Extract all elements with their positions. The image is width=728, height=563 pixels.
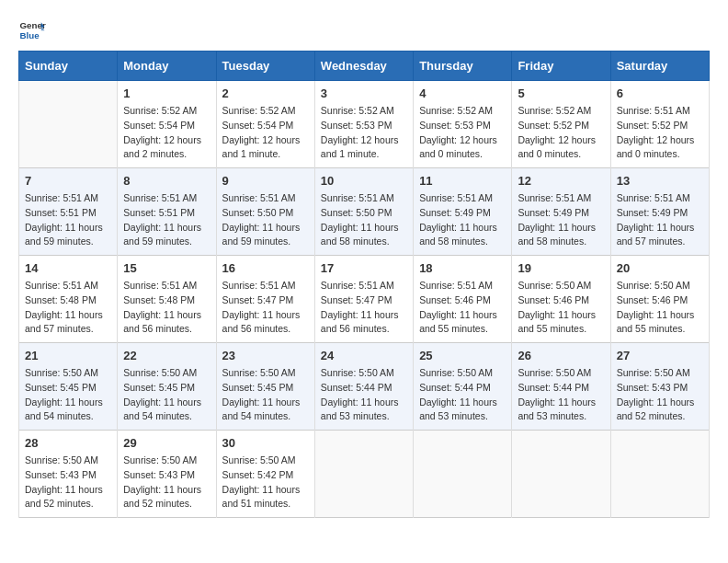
day-info: Sunrise: 5:50 AM Sunset: 5:43 PM Dayligh… [617, 366, 703, 424]
day-number: 22 [123, 349, 210, 362]
day-number: 11 [419, 174, 506, 188]
day-number: 18 [419, 261, 506, 275]
day-cell [314, 431, 413, 518]
calendar-header: SundayMondayTuesdayWednesdayThursdayFrid… [19, 52, 710, 81]
week-row-5: 28Sunrise: 5:50 AM Sunset: 5:43 PM Dayli… [19, 431, 710, 518]
week-row-2: 7Sunrise: 5:51 AM Sunset: 5:51 PM Daylig… [19, 168, 710, 256]
day-cell: 19Sunrise: 5:50 AM Sunset: 5:46 PM Dayli… [512, 256, 610, 343]
day-cell: 25Sunrise: 5:50 AM Sunset: 5:44 PM Dayli… [414, 343, 512, 431]
day-info: Sunrise: 5:50 AM Sunset: 5:44 PM Dayligh… [518, 366, 604, 424]
day-info: Sunrise: 5:50 AM Sunset: 5:43 PM Dayligh… [25, 454, 111, 511]
header-cell-saturday: Saturday [610, 52, 709, 81]
day-info: Sunrise: 5:51 AM Sunset: 5:51 PM Dayligh… [25, 191, 111, 249]
day-info: Sunrise: 5:50 AM Sunset: 5:46 PM Dayligh… [617, 279, 703, 337]
day-cell: 4Sunrise: 5:52 AM Sunset: 5:53 PM Daylig… [414, 81, 512, 168]
day-info: Sunrise: 5:51 AM Sunset: 5:46 PM Dayligh… [419, 279, 506, 337]
day-info: Sunrise: 5:50 AM Sunset: 5:43 PM Dayligh… [123, 454, 210, 511]
day-number: 6 [617, 86, 703, 100]
day-info: Sunrise: 5:51 AM Sunset: 5:50 PM Dayligh… [222, 191, 309, 249]
day-cell: 8Sunrise: 5:51 AM Sunset: 5:51 PM Daylig… [118, 168, 216, 256]
day-cell: 27Sunrise: 5:50 AM Sunset: 5:43 PM Dayli… [610, 343, 709, 431]
day-cell: 22Sunrise: 5:50 AM Sunset: 5:45 PM Dayli… [118, 343, 216, 431]
day-number: 21 [25, 349, 111, 362]
day-info: Sunrise: 5:52 AM Sunset: 5:53 PM Dayligh… [419, 104, 506, 162]
header-cell-wednesday: Wednesday [314, 52, 413, 81]
day-number: 25 [419, 349, 506, 362]
day-info: Sunrise: 5:51 AM Sunset: 5:48 PM Dayligh… [123, 279, 210, 337]
day-number: 14 [25, 261, 111, 275]
day-number: 8 [123, 174, 210, 188]
day-info: Sunrise: 5:52 AM Sunset: 5:53 PM Dayligh… [321, 104, 407, 162]
day-number: 24 [321, 349, 407, 362]
day-number: 3 [321, 86, 407, 100]
day-number: 9 [222, 174, 309, 188]
header-cell-sunday: Sunday [19, 52, 118, 81]
logo-icon: General Blue [18, 18, 46, 41]
day-info: Sunrise: 5:50 AM Sunset: 5:44 PM Dayligh… [321, 366, 407, 424]
day-number: 28 [25, 436, 111, 450]
day-info: Sunrise: 5:51 AM Sunset: 5:49 PM Dayligh… [617, 191, 703, 249]
header-cell-monday: Monday [118, 52, 216, 81]
day-cell: 12Sunrise: 5:51 AM Sunset: 5:49 PM Dayli… [512, 168, 610, 256]
day-number: 4 [419, 86, 506, 100]
week-row-3: 14Sunrise: 5:51 AM Sunset: 5:48 PM Dayli… [19, 256, 710, 343]
day-info: Sunrise: 5:52 AM Sunset: 5:54 PM Dayligh… [222, 104, 309, 162]
day-cell [610, 431, 709, 518]
day-number: 2 [222, 86, 309, 100]
day-cell [414, 431, 512, 518]
header-cell-tuesday: Tuesday [216, 52, 314, 81]
header-cell-thursday: Thursday [414, 52, 512, 81]
day-number: 23 [222, 349, 309, 362]
day-info: Sunrise: 5:50 AM Sunset: 5:45 PM Dayligh… [123, 366, 210, 424]
day-number: 5 [518, 86, 604, 100]
week-row-1: 1Sunrise: 5:52 AM Sunset: 5:54 PM Daylig… [19, 81, 710, 168]
day-number: 1 [123, 86, 210, 100]
day-info: Sunrise: 5:51 AM Sunset: 5:47 PM Dayligh… [222, 279, 309, 337]
day-cell: 16Sunrise: 5:51 AM Sunset: 5:47 PM Dayli… [216, 256, 314, 343]
day-info: Sunrise: 5:51 AM Sunset: 5:49 PM Dayligh… [419, 191, 506, 249]
day-cell: 18Sunrise: 5:51 AM Sunset: 5:46 PM Dayli… [414, 256, 512, 343]
day-number: 12 [518, 174, 604, 188]
day-number: 16 [222, 261, 309, 275]
day-cell [19, 81, 118, 168]
day-cell: 6Sunrise: 5:51 AM Sunset: 5:52 PM Daylig… [610, 81, 709, 168]
day-cell: 14Sunrise: 5:51 AM Sunset: 5:48 PM Dayli… [19, 256, 118, 343]
day-info: Sunrise: 5:51 AM Sunset: 5:50 PM Dayligh… [321, 191, 407, 249]
page-header: General Blue [18, 18, 710, 41]
day-cell: 24Sunrise: 5:50 AM Sunset: 5:44 PM Dayli… [314, 343, 413, 431]
calendar-table: SundayMondayTuesdayWednesdayThursdayFrid… [18, 51, 710, 518]
day-number: 7 [25, 174, 111, 188]
logo: General Blue [18, 18, 46, 41]
day-info: Sunrise: 5:50 AM Sunset: 5:46 PM Dayligh… [518, 279, 604, 337]
day-info: Sunrise: 5:52 AM Sunset: 5:52 PM Dayligh… [518, 104, 604, 162]
day-cell: 13Sunrise: 5:51 AM Sunset: 5:49 PM Dayli… [610, 168, 709, 256]
day-info: Sunrise: 5:52 AM Sunset: 5:54 PM Dayligh… [123, 104, 210, 162]
day-number: 10 [321, 174, 407, 188]
day-cell: 15Sunrise: 5:51 AM Sunset: 5:48 PM Dayli… [118, 256, 216, 343]
day-info: Sunrise: 5:51 AM Sunset: 5:51 PM Dayligh… [123, 191, 210, 249]
day-cell: 2Sunrise: 5:52 AM Sunset: 5:54 PM Daylig… [216, 81, 314, 168]
day-number: 27 [617, 349, 703, 362]
day-number: 30 [222, 436, 309, 450]
day-cell: 20Sunrise: 5:50 AM Sunset: 5:46 PM Dayli… [610, 256, 709, 343]
day-number: 29 [123, 436, 210, 450]
day-cell: 9Sunrise: 5:51 AM Sunset: 5:50 PM Daylig… [216, 168, 314, 256]
day-info: Sunrise: 5:51 AM Sunset: 5:49 PM Dayligh… [518, 191, 604, 249]
day-info: Sunrise: 5:50 AM Sunset: 5:44 PM Dayligh… [419, 366, 506, 424]
day-cell: 1Sunrise: 5:52 AM Sunset: 5:54 PM Daylig… [118, 81, 216, 168]
day-number: 13 [617, 174, 703, 188]
day-cell [512, 431, 610, 518]
day-cell: 7Sunrise: 5:51 AM Sunset: 5:51 PM Daylig… [19, 168, 118, 256]
day-number: 17 [321, 261, 407, 275]
header-row: SundayMondayTuesdayWednesdayThursdayFrid… [19, 52, 710, 81]
day-info: Sunrise: 5:50 AM Sunset: 5:45 PM Dayligh… [222, 366, 309, 424]
day-cell: 30Sunrise: 5:50 AM Sunset: 5:42 PM Dayli… [216, 431, 314, 518]
day-cell: 17Sunrise: 5:51 AM Sunset: 5:47 PM Dayli… [314, 256, 413, 343]
week-row-4: 21Sunrise: 5:50 AM Sunset: 5:45 PM Dayli… [19, 343, 710, 431]
day-number: 20 [617, 261, 703, 275]
calendar-body: 1Sunrise: 5:52 AM Sunset: 5:54 PM Daylig… [19, 81, 710, 518]
day-info: Sunrise: 5:51 AM Sunset: 5:48 PM Dayligh… [25, 279, 111, 337]
day-cell: 5Sunrise: 5:52 AM Sunset: 5:52 PM Daylig… [512, 81, 610, 168]
day-info: Sunrise: 5:50 AM Sunset: 5:42 PM Dayligh… [222, 454, 309, 511]
day-cell: 29Sunrise: 5:50 AM Sunset: 5:43 PM Dayli… [118, 431, 216, 518]
